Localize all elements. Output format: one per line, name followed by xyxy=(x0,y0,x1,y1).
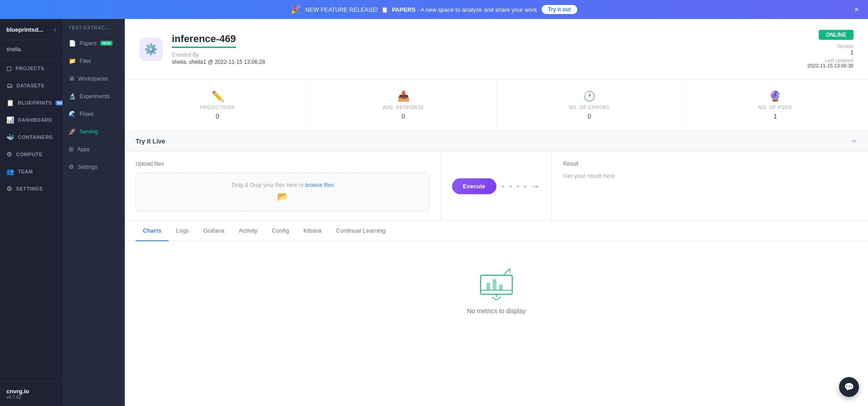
created-by-label: Created By xyxy=(172,52,798,58)
model-header-card: ⚙️ inference-469 Created By sheila. shei… xyxy=(125,19,868,80)
no-errors-value: 0 xyxy=(508,113,671,120)
tab-kibana[interactable]: Kibana xyxy=(296,221,329,241)
sidebar-second-item-serving[interactable]: 🚀 Serving xyxy=(62,123,125,140)
sidebar-item-containers[interactable]: 🐳 CONTAINERS xyxy=(0,129,62,146)
tab-continual-learning[interactable]: Continual Learning xyxy=(329,221,393,241)
try-it-out-button[interactable]: Try it out xyxy=(542,5,577,14)
main-content: ⚙️ inference-469 Created By sheila. shei… xyxy=(125,19,868,406)
created-by-value: sheila. sheila1 @ 2022-11-15 13:06:28 xyxy=(172,59,798,65)
collapse-sidebar-button[interactable]: ‹ xyxy=(54,25,56,33)
sidebar-second-item-workspaces[interactable]: 🖥 Workspaces xyxy=(62,70,125,87)
banner-papers-link: PAPERS xyxy=(392,6,416,13)
no-metrics-text: No metrics to display xyxy=(467,307,526,315)
online-badge: ONLINE xyxy=(819,30,854,40)
banner-close-button[interactable]: × xyxy=(854,5,859,14)
user-name: sheila. xyxy=(6,46,22,53)
sidebar-item-compute[interactable]: ⚙ COMPUTE xyxy=(0,146,62,163)
sidebar-item-label: DASHBOARD xyxy=(18,117,52,123)
sidebar-second-item-apps[interactable]: ⊞ Apps xyxy=(62,140,125,158)
new-badge: NEW xyxy=(100,41,113,46)
chat-bubble-button[interactable]: 💬 xyxy=(839,377,859,397)
sidebar-second-item-label: Serving xyxy=(80,129,98,135)
sidebar-second-item-label: Apps xyxy=(77,146,90,153)
upload-zone[interactable]: Drag & Drop your files here or browse fi… xyxy=(136,172,430,211)
party-icon: 🎉 xyxy=(291,5,301,14)
model-icon: ⚙️ xyxy=(139,38,163,61)
banner-post-text: - A new space to analyze and share your … xyxy=(417,6,537,13)
sidebar-item-datasets[interactable]: 🗂 DATASETS xyxy=(0,77,62,94)
settings2-icon: ⚙ xyxy=(69,163,74,170)
papers-icon: 📄 xyxy=(69,40,76,47)
no-metrics-area: No metrics to display xyxy=(125,241,868,342)
try-live-section: Try It Live ✏ Upload files Drag & Drop y… xyxy=(125,131,868,221)
sidebar-left: blueprintsd... ‹ sheila. ◻ PROJECTS 🗂 DA… xyxy=(0,19,62,406)
avg-response-label: AVG. RESPONSE xyxy=(321,105,485,110)
containers-icon: 🐳 xyxy=(6,134,14,141)
top-banner: 🎉 NEW FEATURE RELEASE! 📋 PAPERS - A new … xyxy=(0,0,868,19)
result-placeholder: Get your result here xyxy=(563,172,857,179)
no-pods-label: NO. OF PODS xyxy=(693,105,857,110)
svg-rect-2 xyxy=(486,283,490,290)
execute-button[interactable]: Execute xyxy=(452,178,496,194)
serving-icon: 🚀 xyxy=(69,128,76,135)
brand-io: cnvrg.io xyxy=(6,388,56,395)
sidebar-second-header: text-extrac... xyxy=(62,19,125,34)
try-live-edit-button[interactable]: ✏ xyxy=(852,138,857,145)
version-value: 1 xyxy=(807,49,854,56)
datasets-icon: 🗂 xyxy=(6,82,13,89)
blueprints-icon: 📋 xyxy=(6,99,14,106)
model-meta: Created By sheila. sheila1 @ 2022-11-15 … xyxy=(172,52,798,65)
model-status-area: ONLINE Version 1 Last updated 2022-11-15… xyxy=(807,30,854,68)
sidebar-second-item-flows[interactable]: 🌊 Flows xyxy=(62,105,125,123)
tab-activity[interactable]: Activity xyxy=(231,221,264,241)
flows-icon: 🌊 xyxy=(69,110,76,117)
banner-pre-text: NEW FEATURE RELEASE! xyxy=(305,6,378,13)
tabs-row: Charts Logs Grafana Activity Config Kiba… xyxy=(125,221,868,241)
no-pods-icon: 🔮 xyxy=(693,91,857,102)
stat-no-pods: 🔮 NO. OF PODS 1 xyxy=(683,80,868,131)
user-area: sheila. xyxy=(0,40,62,60)
drag-drop-text: Drag & Drop your files here or xyxy=(231,182,305,188)
browse-files-link[interactable]: browse files xyxy=(305,182,334,188)
sidebar-second-item-label: Workspaces xyxy=(78,76,108,82)
sidebar-second-item-papers[interactable]: 📄 Papers NEW xyxy=(62,34,125,52)
try-live-body: Upload files Drag & Drop your files here… xyxy=(125,152,868,220)
stat-predictions: ✏️ PREDICTIONS 0 xyxy=(125,80,311,131)
svg-line-7 xyxy=(503,268,510,275)
avg-response-icon: 📥 xyxy=(321,91,485,102)
sidebar-item-team[interactable]: 👥 TEAM xyxy=(0,163,62,180)
projects-icon: ◻ xyxy=(6,65,12,72)
predictions-icon: ✏️ xyxy=(136,91,299,102)
tab-logs[interactable]: Logs xyxy=(169,221,196,241)
sidebar-second-item-settings[interactable]: ⚙ Settings xyxy=(62,158,125,176)
tab-config[interactable]: Config xyxy=(265,221,297,241)
sidebar-item-dashboard[interactable]: 📊 DASHBOARD xyxy=(0,111,62,129)
sidebar-second-item-label: Files xyxy=(80,58,91,64)
last-updated-label: Last updated xyxy=(807,57,854,63)
sidebar-second-item-experiments[interactable]: 🔬 Experiments xyxy=(62,87,125,105)
model-name: inference-469 xyxy=(172,33,236,48)
sidebar-second-item-label: Flows xyxy=(80,111,94,117)
execute-section: Execute - - - - → xyxy=(441,152,552,220)
sidebar-item-label: COMPUTE xyxy=(16,152,43,157)
version-label: Version xyxy=(807,43,854,49)
stats-row: ✏️ PREDICTIONS 0 📥 AVG. RESPONSE 0 🕐 NO.… xyxy=(125,80,868,131)
stat-no-errors: 🕐 NO. OF ERRORS 0 xyxy=(497,80,683,131)
tab-charts[interactable]: Charts xyxy=(136,221,169,241)
banner-text: NEW FEATURE RELEASE! 📋 PAPERS - A new sp… xyxy=(305,6,537,13)
sidebar-second-item-files[interactable]: 📁 Files xyxy=(62,52,125,70)
compute-icon: ⚙ xyxy=(6,151,13,158)
last-updated-value: 2022-11-15 13:06:30 xyxy=(807,63,854,68)
sidebar-item-blueprints[interactable]: 📋 BLUEPRINTS BETA xyxy=(0,94,62,111)
sidebar-item-settings[interactable]: ⚙ SETTINGS xyxy=(0,180,62,197)
sidebar-footer: cnvrg.io v4.7.62 xyxy=(0,381,62,406)
sidebar-item-projects[interactable]: ◻ PROJECTS xyxy=(0,60,62,77)
brand-name: blueprintsd... xyxy=(6,26,43,33)
sidebar-item-label: BLUEPRINTS xyxy=(18,100,52,105)
folder-icon: 📂 xyxy=(145,191,420,202)
tab-grafana[interactable]: Grafana xyxy=(196,221,231,241)
sidebar-item-label: TEAM xyxy=(18,169,33,174)
avg-response-value: 0 xyxy=(321,113,485,120)
stat-avg-response: 📥 AVG. RESPONSE 0 xyxy=(311,80,496,131)
sidebar-item-label: DATASETS xyxy=(17,83,45,88)
